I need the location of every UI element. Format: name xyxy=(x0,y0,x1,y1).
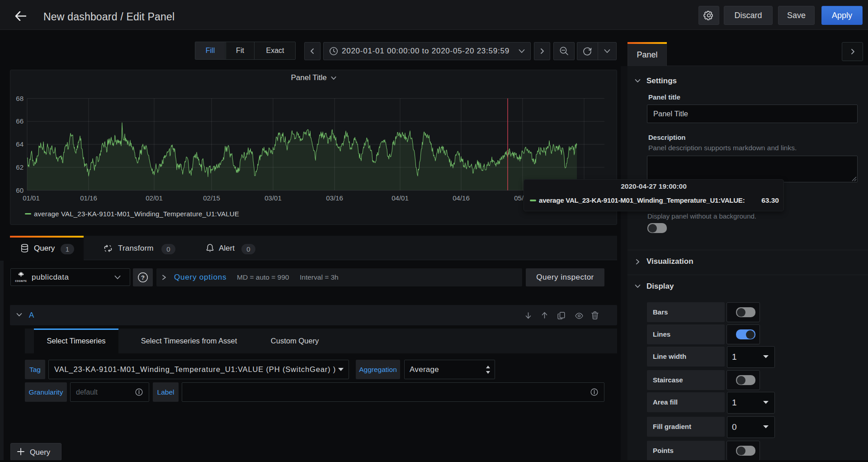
svg-text:02/01: 02/01 xyxy=(146,194,163,202)
svg-text:64: 64 xyxy=(16,140,24,148)
svg-text:?: ? xyxy=(141,274,145,281)
svg-text:04/01: 04/01 xyxy=(392,194,409,202)
svg-text:03/01: 03/01 xyxy=(264,194,282,202)
svg-text:66: 66 xyxy=(16,117,24,125)
svg-text:62: 62 xyxy=(16,163,24,171)
svg-text:02/15: 02/15 xyxy=(203,194,220,202)
svg-text:03/16: 03/16 xyxy=(326,194,343,202)
svg-text:average VAL_23-KA-9101-M01_Win: average VAL_23-KA-9101-M01_Winding_Tempe… xyxy=(34,210,239,218)
svg-text:68: 68 xyxy=(16,95,24,102)
svg-text:01/16: 01/16 xyxy=(80,194,97,202)
svg-text:04/16: 04/16 xyxy=(453,194,470,202)
svg-text:COGNITE: COGNITE xyxy=(15,280,27,282)
svg-text:01/01: 01/01 xyxy=(23,194,40,202)
svg-text:60: 60 xyxy=(16,186,24,194)
